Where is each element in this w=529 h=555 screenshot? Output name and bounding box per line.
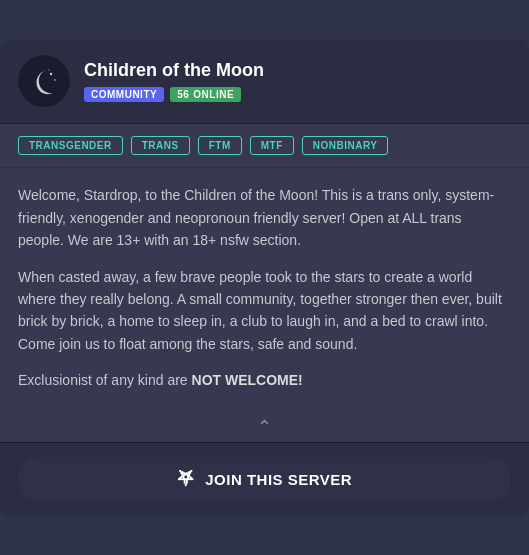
server-card: Children of the Moon COMMUNITY 56 ONLINE…: [0, 39, 529, 515]
description-paragraph-2: When casted away, a few brave people too…: [18, 266, 511, 356]
online-badge: 56 ONLINE: [170, 87, 241, 102]
server-header: Children of the Moon COMMUNITY 56 ONLINE: [0, 39, 529, 124]
tag-ftm[interactable]: FTM: [198, 136, 242, 155]
tag-mtf[interactable]: MTF: [250, 136, 294, 155]
tags-row: TRANSGENDER TRANS FTM MTF NONBINARY: [0, 124, 529, 168]
description-paragraph-3: Exclusionist of any kind are NOT WELCOME…: [18, 369, 511, 391]
tag-transgender[interactable]: TRANSGENDER: [18, 136, 123, 155]
not-welcome-text: NOT WELCOME!: [192, 372, 303, 388]
exclusionist-text: Exclusionist of any kind are: [18, 372, 192, 388]
description: Welcome, Stardrop, to the Children of th…: [0, 168, 529, 407]
chevron-area: ⌃: [0, 408, 529, 442]
svg-point-1: [50, 73, 52, 75]
avatar: [18, 55, 70, 107]
svg-point-2: [54, 80, 56, 82]
tag-nonbinary[interactable]: NONBINARY: [302, 136, 389, 155]
svg-point-3: [48, 70, 49, 71]
chevron-up-icon[interactable]: ⌃: [257, 418, 272, 436]
header-text: Children of the Moon COMMUNITY 56 ONLINE: [84, 60, 264, 102]
footer: ⛧ JOIN THIS SERVER: [0, 442, 529, 516]
online-label: ONLINE: [193, 89, 234, 100]
join-icon: ⛧: [177, 469, 196, 490]
online-count: 56: [177, 89, 189, 100]
server-name: Children of the Moon: [84, 60, 264, 81]
header-badges: COMMUNITY 56 ONLINE: [84, 87, 264, 102]
tag-trans[interactable]: TRANS: [131, 136, 190, 155]
community-badge: COMMUNITY: [84, 87, 164, 102]
join-button-label: JOIN THIS SERVER: [205, 471, 352, 488]
svg-point-0: [23, 60, 65, 102]
join-server-button[interactable]: ⛧ JOIN THIS SERVER: [18, 457, 511, 502]
description-paragraph-1: Welcome, Stardrop, to the Children of th…: [18, 184, 511, 251]
